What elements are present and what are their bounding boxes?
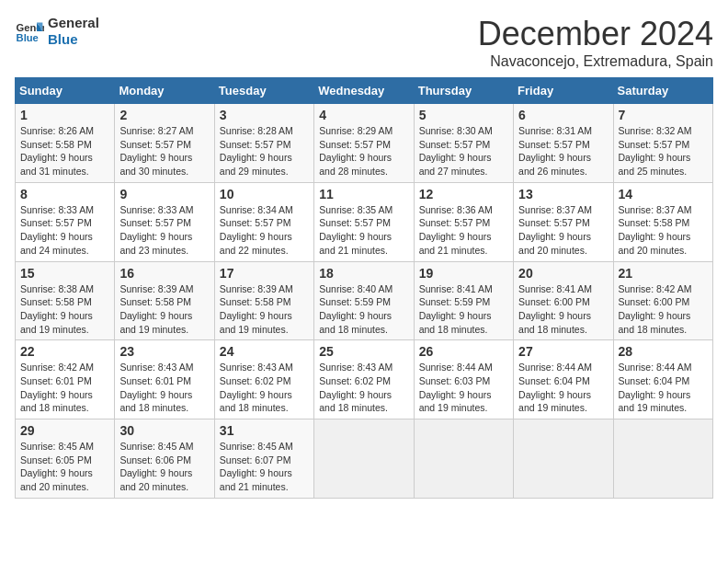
header-cell-thursday: Thursday [414, 78, 513, 104]
day-info: Sunrise: 8:28 AM Sunset: 5:57 PM Dayligh… [220, 124, 309, 178]
header-cell-wednesday: Wednesday [314, 78, 414, 104]
day-number: 24 [220, 344, 309, 359]
day-number: 5 [419, 108, 508, 122]
day-cell: 13 Sunrise: 8:37 AM Sunset: 5:57 PM Dayl… [514, 182, 613, 261]
day-info: Sunrise: 8:33 AM Sunset: 5:57 PM Dayligh… [20, 203, 109, 258]
day-info: Sunrise: 8:30 AM Sunset: 5:57 PM Dayligh… [419, 124, 508, 178]
day-cell: 7 Sunrise: 8:32 AM Sunset: 5:57 PM Dayli… [613, 104, 712, 183]
week-row: 29 Sunrise: 8:45 AM Sunset: 6:05 PM Dayl… [16, 419, 713, 499]
header-cell-sunday: Sunday [16, 78, 115, 104]
day-info: Sunrise: 8:36 AM Sunset: 5:57 PM Dayligh… [419, 203, 508, 258]
day-number: 6 [518, 108, 608, 122]
day-number: 12 [419, 187, 508, 201]
week-row: 22 Sunrise: 8:42 AM Sunset: 6:01 PM Dayl… [16, 340, 713, 419]
week-row: 1 Sunrise: 8:26 AM Sunset: 5:58 PM Dayli… [16, 104, 713, 183]
day-cell: 24 Sunrise: 8:43 AM Sunset: 6:02 PM Dayl… [214, 340, 313, 419]
day-cell: 21 Sunrise: 8:42 AM Sunset: 6:00 PM Dayl… [613, 261, 712, 340]
day-number: 20 [518, 266, 608, 281]
day-number: 15 [20, 266, 109, 281]
day-cell: 27 Sunrise: 8:44 AM Sunset: 6:04 PM Dayl… [514, 340, 613, 419]
logo-text-line1: General [48, 15, 99, 31]
day-cell: 6 Sunrise: 8:31 AM Sunset: 5:57 PM Dayli… [514, 104, 613, 183]
title-area: December 2024 Navaconcejo, Extremadura, … [478, 15, 713, 70]
header-cell-saturday: Saturday [613, 78, 712, 104]
day-info: Sunrise: 8:45 AM Sunset: 6:05 PM Dayligh… [20, 440, 109, 494]
day-number: 9 [119, 187, 209, 201]
day-info: Sunrise: 8:34 AM Sunset: 5:57 PM Dayligh… [220, 203, 309, 258]
day-cell: 25 Sunrise: 8:43 AM Sunset: 6:02 PM Dayl… [314, 340, 414, 419]
location-title: Navaconcejo, Extremadura, Spain [478, 53, 713, 70]
day-info: Sunrise: 8:31 AM Sunset: 5:57 PM Dayligh… [518, 124, 608, 178]
day-cell [414, 419, 513, 499]
day-info: Sunrise: 8:42 AM Sunset: 6:01 PM Dayligh… [20, 361, 109, 415]
day-info: Sunrise: 8:26 AM Sunset: 5:58 PM Dayligh… [20, 124, 109, 178]
header-row: SundayMondayTuesdayWednesdayThursdayFrid… [16, 78, 713, 104]
logo-text-line2: Blue [48, 31, 99, 48]
day-cell [613, 419, 712, 499]
calendar-body: 1 Sunrise: 8:26 AM Sunset: 5:58 PM Dayli… [16, 104, 713, 499]
day-cell: 12 Sunrise: 8:36 AM Sunset: 5:57 PM Dayl… [414, 182, 513, 261]
day-info: Sunrise: 8:45 AM Sunset: 6:07 PM Dayligh… [220, 440, 309, 494]
week-row: 8 Sunrise: 8:33 AM Sunset: 5:57 PM Dayli… [16, 182, 713, 261]
day-info: Sunrise: 8:37 AM Sunset: 5:58 PM Dayligh… [619, 203, 708, 258]
day-info: Sunrise: 8:43 AM Sunset: 6:01 PM Dayligh… [119, 361, 209, 415]
day-info: Sunrise: 8:43 AM Sunset: 6:02 PM Dayligh… [220, 361, 309, 415]
day-info: Sunrise: 8:37 AM Sunset: 5:57 PM Dayligh… [518, 203, 608, 258]
day-cell: 31 Sunrise: 8:45 AM Sunset: 6:07 PM Dayl… [214, 419, 313, 499]
day-number: 4 [319, 108, 408, 122]
day-cell: 9 Sunrise: 8:33 AM Sunset: 5:57 PM Dayli… [115, 182, 214, 261]
day-info: Sunrise: 8:33 AM Sunset: 5:57 PM Dayligh… [119, 203, 209, 258]
day-number: 23 [119, 344, 209, 359]
day-cell: 14 Sunrise: 8:37 AM Sunset: 5:58 PM Dayl… [613, 182, 712, 261]
day-cell: 4 Sunrise: 8:29 AM Sunset: 5:57 PM Dayli… [314, 104, 414, 183]
day-cell: 20 Sunrise: 8:41 AM Sunset: 6:00 PM Dayl… [514, 261, 613, 340]
day-number: 18 [319, 266, 408, 281]
day-cell: 15 Sunrise: 8:38 AM Sunset: 5:58 PM Dayl… [16, 261, 115, 340]
day-number: 3 [220, 108, 309, 122]
day-cell: 10 Sunrise: 8:34 AM Sunset: 5:57 PM Dayl… [214, 182, 313, 261]
day-info: Sunrise: 8:32 AM Sunset: 5:57 PM Dayligh… [619, 124, 708, 178]
day-cell: 30 Sunrise: 8:45 AM Sunset: 6:06 PM Dayl… [115, 419, 214, 499]
day-cell: 17 Sunrise: 8:39 AM Sunset: 5:58 PM Dayl… [214, 261, 313, 340]
day-cell: 23 Sunrise: 8:43 AM Sunset: 6:01 PM Dayl… [115, 340, 214, 419]
day-cell: 18 Sunrise: 8:40 AM Sunset: 5:59 PM Dayl… [314, 261, 414, 340]
day-number: 21 [619, 266, 708, 281]
day-info: Sunrise: 8:41 AM Sunset: 5:59 PM Dayligh… [419, 282, 508, 337]
day-cell [314, 419, 414, 499]
day-number: 8 [20, 187, 109, 201]
day-cell: 19 Sunrise: 8:41 AM Sunset: 5:59 PM Dayl… [414, 261, 513, 340]
day-info: Sunrise: 8:42 AM Sunset: 6:00 PM Dayligh… [619, 282, 708, 337]
day-number: 17 [220, 266, 309, 281]
header-cell-monday: Monday [115, 78, 214, 104]
day-cell: 2 Sunrise: 8:27 AM Sunset: 5:57 PM Dayli… [115, 104, 214, 183]
day-info: Sunrise: 8:44 AM Sunset: 6:03 PM Dayligh… [419, 361, 508, 415]
day-info: Sunrise: 8:44 AM Sunset: 6:04 PM Dayligh… [518, 361, 608, 415]
day-number: 26 [419, 344, 508, 359]
day-info: Sunrise: 8:44 AM Sunset: 6:04 PM Dayligh… [619, 361, 708, 415]
page-header: General Blue General Blue December 2024 … [15, 15, 713, 70]
logo-icon: General Blue [15, 17, 44, 46]
day-cell [514, 419, 613, 499]
day-number: 11 [319, 187, 408, 201]
day-number: 27 [518, 344, 608, 359]
day-info: Sunrise: 8:40 AM Sunset: 5:59 PM Dayligh… [319, 282, 408, 337]
day-cell: 5 Sunrise: 8:30 AM Sunset: 5:57 PM Dayli… [414, 104, 513, 183]
day-number: 30 [119, 423, 209, 438]
day-number: 7 [619, 108, 708, 122]
day-info: Sunrise: 8:29 AM Sunset: 5:57 PM Dayligh… [319, 124, 408, 178]
day-info: Sunrise: 8:27 AM Sunset: 5:57 PM Dayligh… [119, 124, 209, 178]
day-info: Sunrise: 8:39 AM Sunset: 5:58 PM Dayligh… [119, 282, 209, 337]
day-number: 22 [20, 344, 109, 359]
day-number: 25 [319, 344, 408, 359]
day-number: 1 [20, 108, 109, 122]
day-info: Sunrise: 8:39 AM Sunset: 5:58 PM Dayligh… [220, 282, 309, 337]
day-cell: 26 Sunrise: 8:44 AM Sunset: 6:03 PM Dayl… [414, 340, 513, 419]
header-cell-friday: Friday [514, 78, 613, 104]
day-cell: 8 Sunrise: 8:33 AM Sunset: 5:57 PM Dayli… [16, 182, 115, 261]
week-row: 15 Sunrise: 8:38 AM Sunset: 5:58 PM Dayl… [16, 261, 713, 340]
day-number: 13 [518, 187, 608, 201]
day-number: 2 [119, 108, 209, 122]
day-number: 19 [419, 266, 508, 281]
day-cell: 11 Sunrise: 8:35 AM Sunset: 5:57 PM Dayl… [314, 182, 414, 261]
day-number: 10 [220, 187, 309, 201]
